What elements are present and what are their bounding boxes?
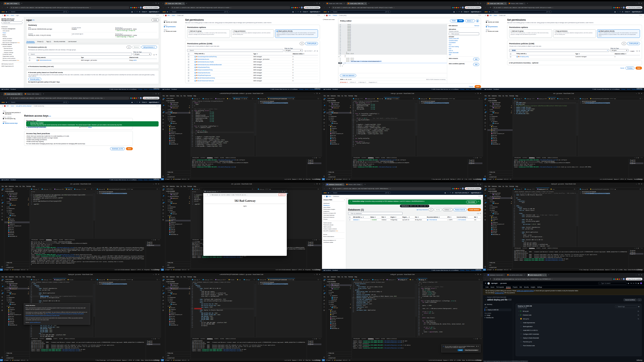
remote-explorer-icon[interactable]: ⇄ (162, 118, 164, 120)
menu-go[interactable]: Go (502, 95, 504, 96)
panel-tab-debug-console[interactable]: DEBUG CONSOLE (64, 338, 75, 339)
panel-tab-azure[interactable]: AZURE (542, 157, 546, 158)
menu-help[interactable]: Help (516, 186, 518, 187)
extensions-icon[interactable]: ⊞ (2, 202, 3, 204)
file-tree-item[interactable]: ▸myenv (326, 117, 352, 119)
policy-link[interactable]: AccessAnalyzerServiceRolePolicy (198, 56, 217, 57)
filter-services-input[interactable]: ⌕ Filter services (449, 32, 479, 35)
editor-tab[interactable]: index.goroutes (524, 97, 536, 100)
status-item[interactable]: ⎇ main* (165, 179, 170, 180)
panel-tab-debug-console[interactable]: DEBUG CONSOLE (64, 239, 75, 240)
services-grid-icon[interactable]: ⊞ (167, 11, 168, 13)
help-icon[interactable]: ? (137, 102, 138, 103)
update-chrome-button[interactable]: New Chrome available (465, 187, 482, 190)
close-panel-icon[interactable]: ✕ (320, 157, 320, 158)
file-tree-item[interactable]: go.mod (166, 225, 190, 227)
previous-button[interactable]: Previous (626, 66, 634, 70)
panel-tab-terminal[interactable]: TERMINAL (529, 157, 535, 158)
menu-terminal[interactable]: Terminal (187, 95, 192, 96)
file-tree-item[interactable]: ▸bin (166, 289, 190, 291)
tab-close-icon[interactable]: ✕ (524, 274, 525, 276)
sidebar-section-timeline[interactable]: › TIMELINE (4, 261, 30, 264)
file-tree-item[interactable]: go.mod (326, 134, 352, 136)
wizard-step[interactable]: Step 2Set permissions (486, 24, 504, 27)
pagination[interactable]: ‹ 1 2 3 4 5 6 7 ... 67 › ⚙ (304, 50, 318, 52)
new-tab-button[interactable]: + (186, 2, 187, 4)
back-button[interactable]: ← (162, 7, 164, 8)
aws-search-input[interactable]: ⌕Search[Alt+S] (8, 101, 69, 104)
file-tree-item[interactable]: config.yml (166, 103, 190, 105)
tab-close-icon[interactable]: ✕ (64, 279, 65, 280)
extensions-puzzle-icon[interactable]: ⧩ (621, 278, 622, 280)
explorer-more-icon[interactable]: ⋯ (27, 279, 28, 280)
status-item[interactable]: ◔ 0 (509, 269, 511, 270)
sidebar-item[interactable]: Account settings (2, 39, 22, 41)
file-tree-item[interactable]: deploy.ymlM (488, 197, 512, 199)
policy-row[interactable]: +AIOpsConsoleAdminPolicyAWS managed0 (187, 69, 318, 71)
editor-tab[interactable]: .env (236, 278, 242, 281)
source-control-icon[interactable]: ⑂ (324, 286, 324, 288)
menu-help[interactable]: Help (32, 186, 35, 187)
menu-edit[interactable]: Edit (166, 95, 168, 96)
status-item[interactable]: ⬡ Go (464, 179, 467, 180)
status-item[interactable]: LF (303, 269, 304, 270)
azure-icon[interactable]: A (324, 306, 325, 308)
policy-link[interactable]: AdministratorAccess (198, 58, 209, 60)
split-editor-icon[interactable]: ◫ (574, 188, 575, 190)
browser-tab[interactable]: Policies | IAM | Global✕ (24, 92, 42, 95)
fullscreen-button[interactable]: ▣ (476, 19, 479, 22)
panel-tab-azure[interactable]: AZURE (59, 338, 63, 339)
reload-button[interactable]: ⟳ (490, 7, 491, 8)
status-item[interactable]: GitHub Workflow (145, 360, 153, 361)
file-tree-item[interactable]: ▾.github/workflows● (166, 105, 190, 107)
policy-row[interactable]: +AdministratorAccessAWS managed - job fu… (28, 59, 157, 61)
breadcrumb-link[interactable]: Users (11, 15, 14, 16)
tab-close-icon[interactable]: ✕ (361, 184, 362, 185)
file-tree-item[interactable]: ▸tmp (326, 124, 352, 126)
notifications-bell-icon[interactable]: ◔ (448, 192, 448, 193)
terminal-session[interactable]: ❯⬓ bash (146, 241, 160, 243)
file-tree-item[interactable]: .air.toml (326, 310, 352, 312)
file-tree-item[interactable]: Procfile (326, 326, 352, 328)
account-menu[interactable]: rajan%20sudo ▼ (149, 11, 160, 12)
permissions-boundary-card[interactable]: ▸ Set permissions boundary - optional (507, 60, 642, 65)
address-bar[interactable]: ⇅github.com/rajanlagah/go-course/actions… (492, 278, 612, 281)
split-terminal-icon[interactable]: ◫ (636, 248, 637, 249)
menu-terminal[interactable]: Terminal (187, 186, 192, 187)
policy-link[interactable]: AIOpsAssistantPolicy (198, 66, 210, 68)
close-panel-icon[interactable]: ✕ (642, 157, 642, 158)
file-tree-item[interactable]: go.sum (166, 317, 190, 319)
more-actions-icon[interactable]: ⋯ (481, 279, 482, 280)
file-tree-item[interactable]: main.go (166, 228, 190, 230)
editor-tab[interactable]: index.goconfigM (73, 188, 87, 190)
project-root[interactable]: ▾ GO-COURSE (166, 190, 190, 192)
remove-statement-link[interactable]: Remove (474, 25, 479, 26)
show-recommendation-button[interactable]: Show Recommendation (464, 349, 479, 351)
row-checkbox[interactable] (188, 59, 189, 60)
editor-tab[interactable]: deploy.ymlM✕ (214, 278, 228, 281)
file-tree-item[interactable]: ▸bin (166, 199, 190, 201)
file-tree-item[interactable]: .air.toml (166, 307, 190, 309)
sidebar-item[interactable]: Zero-ETL integrationsNew (324, 230, 344, 232)
sidebar-item[interactable]: AWS Organizations ⧉ (2, 65, 22, 67)
database-row[interactable]: database-1✓ AvailableInstancePostgreSQLa… (348, 218, 481, 221)
sidebar-section-go[interactable]: › GO (4, 354, 30, 357)
accounts-icon[interactable]: ◎ (2, 266, 3, 268)
pagination[interactable]: ‹ 1 › ⚙ (636, 50, 640, 52)
testing-icon[interactable]: ⚗ (162, 115, 164, 117)
menu-file[interactable]: File (162, 276, 164, 278)
status-item[interactable]: Spaces: 2 (122, 360, 128, 361)
run-debug-icon[interactable]: ▷ (324, 108, 325, 110)
service-link[interactable]: CloudWatch (449, 41, 479, 43)
terminal-session[interactable]: ❯⬓ bash (630, 251, 644, 253)
extensions-icon[interactable]: ⊞ (324, 112, 325, 114)
kill-terminal-icon[interactable]: 🗑 (316, 338, 317, 339)
menu-selection[interactable]: Selection (170, 276, 175, 278)
repo-tab-wiki[interactable]: Wiki (520, 286, 522, 289)
tab-permissions[interactable]: Permissions (26, 40, 35, 43)
explorer-icon[interactable]: ❏ (2, 279, 3, 281)
project-root[interactable]: ▾ GO-COURSE (166, 100, 190, 102)
terminal-session[interactable]: ❯⬓ bash (630, 250, 644, 251)
panel-tab-problems[interactable]: PROBLEMS (32, 239, 38, 240)
more-actions-icon[interactable]: ⋯ (642, 98, 643, 99)
